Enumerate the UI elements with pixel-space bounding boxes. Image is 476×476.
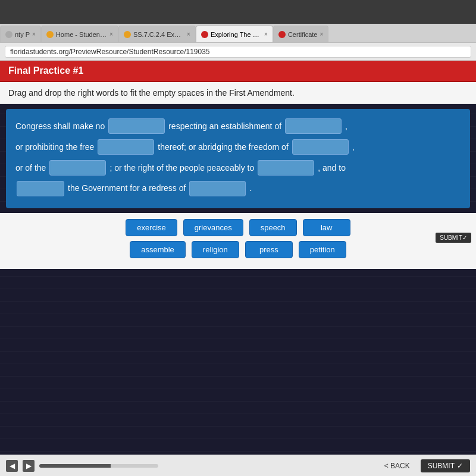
address-input[interactable] xyxy=(5,46,471,58)
word-speech[interactable]: speech xyxy=(249,219,297,236)
content-area: Final Practice #1 Drag and drop the righ… xyxy=(0,61,476,476)
blank-law[interactable] xyxy=(108,118,165,134)
practice-header: Final Practice #1 xyxy=(0,61,476,82)
next-arrow[interactable]: ▶ xyxy=(23,460,35,472)
bottom-nav: ◀ ▶ < BACK SUBMIT ✓ xyxy=(0,455,476,476)
close-tab-4[interactable]: × xyxy=(264,31,268,37)
word-press[interactable]: press xyxy=(245,241,293,258)
blank-religion[interactable] xyxy=(285,118,342,134)
tab-certificate[interactable]: Certificate × xyxy=(273,26,328,42)
progress-bar xyxy=(39,464,158,468)
tab-county[interactable]: nty P × xyxy=(0,26,41,42)
close-tab-3[interactable]: × xyxy=(187,31,190,37)
tab-bar: nty P × Home - Student Portal × SS.7.C.2… xyxy=(0,24,476,43)
main-panel: Final Practice #1 Drag and drop the righ… xyxy=(0,61,476,269)
amendment-line-2: or prohibiting the free thereof; or abri… xyxy=(15,138,461,156)
tab-exploring-first[interactable]: Exploring The First Am… × xyxy=(196,26,273,42)
blank-assemble[interactable] xyxy=(258,160,314,176)
instruction-text: Drag and drop the right words to fit the… xyxy=(0,82,476,104)
word-petition[interactable]: petition xyxy=(299,241,346,258)
blank-exercise[interactable] xyxy=(98,139,154,155)
words-row-2: assemble religion press petition xyxy=(130,241,346,258)
amendment-line-4: the Government for a redress of . xyxy=(15,179,461,198)
word-exercise[interactable]: exercise xyxy=(126,219,177,236)
submit-corner-button[interactable]: SUBMIT✓ xyxy=(436,233,471,243)
close-tab-1[interactable]: × xyxy=(32,31,36,37)
tab-student-portal[interactable]: Home - Student Portal × xyxy=(41,26,118,42)
amendment-line-3: or of the ; or the right of the people p… xyxy=(15,159,461,177)
prev-arrow[interactable]: ◀ xyxy=(6,460,18,472)
word-grievances[interactable]: grievances xyxy=(183,219,243,236)
progress-fill xyxy=(39,464,111,468)
submit-button[interactable]: SUBMIT ✓ xyxy=(421,459,470,472)
blank-petition[interactable] xyxy=(17,181,64,196)
close-tab-5[interactable]: × xyxy=(320,31,323,37)
nav-left: ◀ ▶ xyxy=(6,460,158,472)
browser-window: nty P × Home - Student Portal × SS.7.C.2… xyxy=(0,24,476,476)
blank-grievances[interactable] xyxy=(189,181,246,196)
word-religion[interactable]: religion xyxy=(192,241,239,258)
amendment-box: Congress shall make no respecting an est… xyxy=(6,109,470,208)
word-law[interactable]: law xyxy=(303,219,350,236)
word-assemble[interactable]: assemble xyxy=(130,241,186,258)
address-bar xyxy=(0,43,476,61)
blank-speech[interactable] xyxy=(292,139,349,155)
back-button[interactable]: < BACK xyxy=(380,459,415,472)
words-area: exercise grievances speech law assemble xyxy=(0,213,476,264)
blank-press[interactable] xyxy=(49,160,106,176)
tab-ss724[interactable]: SS.7.C.2.4 Exploring T… × xyxy=(118,26,196,42)
close-tab-2[interactable]: × xyxy=(109,31,113,37)
words-row-1: exercise grievances speech law xyxy=(126,219,350,236)
nav-right: < BACK SUBMIT ✓ xyxy=(380,459,470,472)
amendment-line-1: Congress shall make no respecting an est… xyxy=(15,117,461,136)
